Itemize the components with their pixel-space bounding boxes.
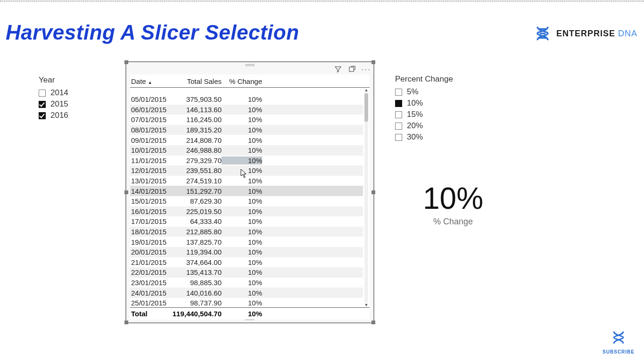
cell-sales: 375,903.50: [172, 95, 222, 103]
table-row[interactable]: 23/01/201598,885.3010%: [130, 278, 363, 288]
filter-icon[interactable]: [333, 64, 343, 74]
year-option-label: 2015: [50, 99, 68, 109]
checkbox-icon[interactable]: [395, 134, 402, 141]
table-row[interactable]: 20/01/2015119,394.0010%: [130, 247, 363, 257]
cell-sales: 146,113.60: [172, 106, 222, 114]
resize-handle[interactable]: [372, 60, 375, 64]
table-row[interactable]: 09/01/2015214,808.7010%: [130, 135, 363, 145]
cell-change: 10%: [222, 197, 262, 205]
cell-change: 10%: [222, 268, 262, 276]
scroll-up-icon[interactable]: ▲: [364, 88, 369, 92]
table-row[interactable]: 17/01/201564,333.4010%: [130, 216, 363, 227]
card-value: 10%: [394, 182, 512, 215]
percent-option-label: 5%: [407, 87, 419, 97]
cell-sales: 98,737.90: [172, 299, 222, 307]
table-row[interactable]: 14/01/2015151,292.7010%: [130, 186, 363, 196]
table-row[interactable]: 24/01/2015140,016.6010%: [130, 288, 363, 298]
vertical-scrollbar[interactable]: ▲ ▼: [364, 88, 369, 307]
percent-option[interactable]: 15%: [395, 109, 480, 120]
cell-date: 16/01/2015: [131, 207, 172, 215]
cell-sales: 279,329.70: [172, 156, 222, 165]
checkbox-icon[interactable]: [395, 123, 402, 130]
drag-handle-icon[interactable]: [245, 64, 255, 66]
cell-change: 10%: [222, 166, 262, 174]
checkbox-icon[interactable]: [395, 89, 402, 96]
table-row[interactable]: 06/01/2015146,113.6010%: [130, 105, 363, 115]
year-option[interactable]: 2014: [39, 88, 105, 98]
table-row[interactable]: 13/01/2015274,519.1010%: [130, 176, 363, 186]
scroll-track[interactable]: [364, 92, 368, 303]
percent-option[interactable]: 5%: [395, 87, 480, 97]
cell-sales: 214,808.70: [172, 136, 222, 144]
table-row[interactable]: 12/01/2015239,551.8010%: [130, 165, 363, 176]
cell-date: 07/01/2015: [131, 115, 172, 123]
scroll-down-icon[interactable]: ▼: [364, 303, 369, 307]
percent-change-card[interactable]: 10% % Change: [394, 182, 512, 227]
table-row[interactable]: 19/01/2015137,825.7010%: [130, 237, 363, 247]
cell-date: 14/01/2015: [131, 187, 172, 195]
table-row[interactable]: 21/01/2015374,664.0010%: [130, 257, 363, 268]
cell-change: 10%: [222, 228, 262, 236]
cell-sales: 98,885.30: [172, 279, 222, 287]
cell-change: 10%: [222, 207, 262, 215]
cell-sales: 151,292.70: [172, 187, 222, 195]
resize-handle[interactable]: [124, 190, 128, 194]
cell-date: 06/01/2015: [131, 106, 172, 114]
cell-sales: 274,519.10: [172, 177, 222, 185]
percent-change-title: Percent Change: [395, 74, 480, 84]
percent-change-slicer[interactable]: Percent Change 5%10%15%20%30%: [395, 74, 480, 142]
percent-option[interactable]: 20%: [395, 121, 480, 131]
cell-change: 10%: [222, 115, 262, 123]
table-row[interactable]: 05/01/2015375,903.5010%: [130, 94, 363, 105]
cell-date: 08/01/2015: [131, 126, 172, 134]
year-slicer-title: Year: [39, 75, 105, 85]
table-header[interactable]: Date▲ Total Sales % Change: [130, 74, 370, 88]
checkbox-icon[interactable]: [395, 111, 402, 118]
focus-mode-icon[interactable]: [347, 64, 357, 74]
table-row[interactable]: 10/01/2015246,988.8010%: [130, 145, 363, 156]
cell-sales: 212,885.80: [172, 228, 222, 236]
cell-sales: 135,413.70: [172, 268, 222, 276]
cell-change: 10%: [222, 238, 262, 246]
table-row[interactable]: [130, 88, 363, 94]
year-option[interactable]: 2015: [39, 99, 105, 109]
page-top-border: [0, 0, 644, 2]
resize-handle[interactable]: [372, 190, 375, 194]
table-row[interactable]: 16/01/2015225,019.5010%: [130, 206, 363, 217]
cell-sales: 239,551.80: [172, 166, 222, 174]
resize-handle[interactable]: [124, 60, 128, 64]
checkbox-icon[interactable]: [39, 112, 46, 119]
scroll-thumb[interactable]: [364, 93, 368, 122]
cell-sales: 119,394.00: [172, 248, 222, 256]
brand-text: ENTERPRISE DNA: [556, 29, 637, 39]
column-header-sales[interactable]: Total Sales: [172, 77, 222, 85]
table-visual[interactable]: ··· Date▲ Total Sales % Change 05/01/201…: [125, 61, 374, 323]
column-header-change[interactable]: % Change: [222, 77, 262, 85]
year-option[interactable]: 2016: [39, 110, 105, 121]
table-row[interactable]: 18/01/2015212,885.8010%: [130, 227, 363, 237]
table-total-row: Total 119,440,504.70 10%: [130, 307, 370, 320]
subscribe-badge[interactable]: SUBSCRIBE: [603, 329, 635, 354]
more-options-icon[interactable]: ···: [361, 64, 372, 74]
table-row[interactable]: 07/01/2015116,245.0010%: [130, 115, 363, 125]
checkbox-icon[interactable]: [39, 101, 46, 108]
resize-handle[interactable]: [124, 321, 128, 324]
cell-date: 10/01/2015: [131, 146, 172, 154]
percent-option[interactable]: 30%: [395, 132, 480, 142]
checkbox-icon[interactable]: [39, 90, 46, 97]
table-row[interactable]: 15/01/201587,629.3010%: [130, 196, 363, 206]
page-title: Harvesting A Slicer Selection: [6, 21, 299, 44]
checkbox-icon[interactable]: [395, 100, 402, 107]
visual-toolbar: ···: [333, 64, 372, 74]
table-row[interactable]: 22/01/2015135,413.7010%: [130, 267, 363, 278]
year-slicer[interactable]: Year 201420152016: [39, 75, 105, 121]
table-row[interactable]: 11/01/2015279,329.7010%: [130, 156, 363, 166]
percent-option[interactable]: 10%: [395, 98, 480, 108]
table-row[interactable]: 25/01/201598,737.9010%: [130, 298, 363, 307]
column-header-date[interactable]: Date▲: [131, 77, 172, 85]
dna-icon: [611, 329, 627, 346]
total-label: Total: [131, 310, 172, 318]
resize-handle[interactable]: [372, 321, 375, 324]
percent-option-label: 15%: [407, 109, 423, 120]
table-row[interactable]: 08/01/2015189,315.2010%: [130, 125, 363, 135]
